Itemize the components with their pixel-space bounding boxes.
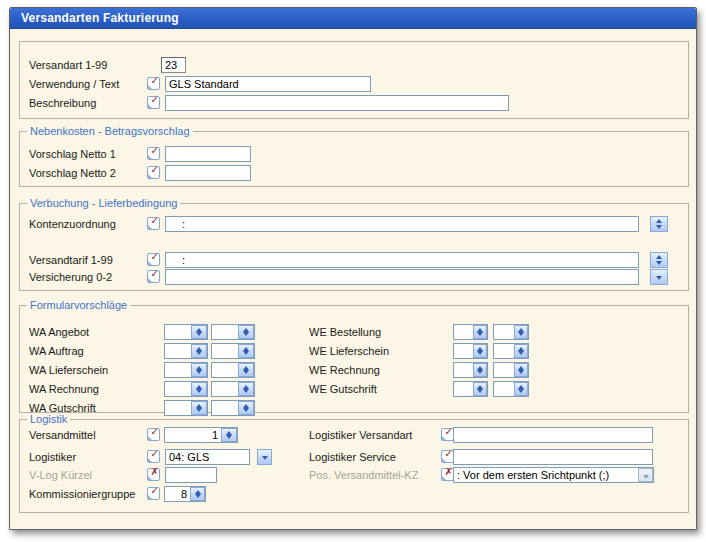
window-content: Versandart 1-99 Verwendung / Text ✓ Besc…: [10, 29, 696, 529]
logistiker-versandart-input[interactable]: [453, 427, 653, 443]
we-gutschrift-spinner-2[interactable]: [514, 382, 528, 396]
we-rechnung-spinner-2[interactable]: [514, 363, 528, 377]
we-gutschrift-spinner-1[interactable]: [473, 382, 487, 396]
nebenkosten-legend: Nebenkosten - Betragsvorschlag: [27, 125, 193, 138]
wa-auftrag-input-1[interactable]: [165, 344, 191, 358]
window-titlebar[interactable]: Versandarten Fakturierung: [10, 8, 696, 29]
versicherung-check-button[interactable]: ✓: [147, 270, 160, 283]
vorschlag-netto1-check-button[interactable]: ✓: [147, 147, 160, 160]
wa-auftrag-spinner-2[interactable]: [238, 344, 254, 358]
we-bestellung-spinner-2[interactable]: [514, 325, 528, 339]
wa-gutschrift-spinner-2[interactable]: [238, 401, 254, 415]
kontenzuordnung-input[interactable]: [165, 216, 639, 232]
vorschlag-netto2-input[interactable]: [165, 165, 251, 181]
we-lieferschein-input-2[interactable]: [494, 344, 514, 358]
we-rechnung-field-2: [493, 362, 529, 378]
wa-gutschrift-field-2: [211, 400, 255, 416]
we-bestellung-spinner-1[interactable]: [473, 325, 487, 339]
we-rechnung-spinner-1[interactable]: [473, 363, 487, 377]
check-icon: ✓: [445, 448, 453, 459]
we-bestellung-input-2[interactable]: [494, 325, 514, 339]
versandtarif-input[interactable]: [165, 252, 639, 268]
vlog-kuerzel-cross-button[interactable]: ✗: [147, 468, 160, 481]
versandmittel-spinner-button[interactable]: [221, 428, 237, 442]
beschreibung-input[interactable]: [165, 95, 509, 111]
wa-lieferschein-input-2[interactable]: [212, 363, 238, 377]
kontenzuordnung-spinner-button[interactable]: [650, 216, 668, 232]
wa-lieferschein-input-1[interactable]: [165, 363, 191, 377]
wa-lieferschein-spinner-2[interactable]: [238, 363, 254, 377]
wa-rechnung-spinner-2[interactable]: [238, 382, 254, 396]
we-lieferschein-spinner-2[interactable]: [514, 344, 528, 358]
we-lieferschein-spinner-1[interactable]: [473, 344, 487, 358]
versandmittel-check-button[interactable]: ✓: [147, 428, 160, 441]
logistiker-check-button[interactable]: ✓: [147, 450, 160, 463]
beschreibung-check-button[interactable]: ✓: [147, 96, 160, 109]
kommissioniergruppe-check-button[interactable]: ✓: [147, 487, 160, 500]
wa-angebot-label: WA Angebot: [29, 324, 89, 340]
beschreibung-label: Beschreibung: [29, 95, 96, 111]
logistiker-dropdown-button[interactable]: [257, 449, 272, 465]
kommissioniergruppe-input[interactable]: [165, 487, 190, 501]
wa-gutschrift-field-1: [164, 400, 208, 416]
wa-gutschrift-input-1[interactable]: [165, 401, 191, 415]
wa-rechnung-field-1: [164, 381, 208, 397]
check-icon: ✓: [151, 94, 159, 105]
we-rechnung-input-1[interactable]: [454, 363, 473, 377]
wa-angebot-input-1[interactable]: [165, 325, 191, 339]
vorschlag-netto1-input[interactable]: [165, 146, 251, 162]
versicherung-label: Versicherung 0-2: [29, 269, 112, 285]
we-gutschrift-label: WE Gutschrift: [309, 381, 377, 397]
pos-versandmittel-kz-dropdown-button[interactable]: [638, 468, 653, 482]
wa-auftrag-input-2[interactable]: [212, 344, 238, 358]
we-lieferschein-label: WE Lieferschein: [309, 343, 389, 359]
window: Versandarten Fakturierung Versandart 1-9…: [9, 7, 697, 530]
wa-lieferschein-field-2: [211, 362, 255, 378]
vorschlag-netto2-check-button[interactable]: ✓: [147, 166, 160, 179]
wa-gutschrift-spinner-1[interactable]: [191, 401, 207, 415]
page: Versandarten Fakturierung Versandart 1-9…: [0, 0, 706, 542]
versandtarif-spinner-button[interactable]: [650, 252, 668, 268]
versicherung-dropdown-button[interactable]: [650, 269, 668, 285]
versicherung-input[interactable]: [165, 269, 639, 285]
verwendung-input[interactable]: [165, 76, 371, 92]
wa-rechnung-input-1[interactable]: [165, 382, 191, 396]
check-icon: ✓: [151, 485, 159, 496]
vorschlag-netto2-label: Vorschlag Netto 2: [29, 165, 116, 181]
wa-gutschrift-input-2[interactable]: [212, 401, 238, 415]
we-rechnung-input-2[interactable]: [494, 363, 514, 377]
logistiker-service-input[interactable]: [453, 449, 653, 465]
logistiker-input[interactable]: [165, 449, 250, 465]
versandart-input[interactable]: [161, 57, 186, 73]
vlog-kuerzel-input[interactable]: [165, 467, 217, 483]
pos-versandmittel-kz-input[interactable]: [454, 468, 638, 482]
pos-versandmittel-kz-field: [453, 467, 654, 483]
wa-auftrag-spinner-1[interactable]: [191, 344, 207, 358]
check-icon: ✓: [151, 145, 159, 156]
wa-angebot-spinner-1[interactable]: [191, 325, 207, 339]
kontenzuordnung-label: Kontenzuordnung: [29, 216, 116, 232]
we-bestellung-input-1[interactable]: [454, 325, 473, 339]
wa-rechnung-label: WA Rechnung: [29, 381, 99, 397]
wa-angebot-spinner-2[interactable]: [238, 325, 254, 339]
versandtarif-check-button[interactable]: ✓: [147, 253, 160, 266]
wa-angebot-input-2[interactable]: [212, 325, 238, 339]
cross-icon: ✗: [151, 466, 159, 477]
versandart-label: Versandart 1-99: [29, 57, 107, 73]
we-gutschrift-input-2[interactable]: [494, 382, 514, 396]
kommissioniergruppe-label: Kommissioniergruppe: [29, 486, 135, 502]
verwendung-check-button[interactable]: ✓: [147, 77, 160, 90]
formularvorschlaege-legend: Formularvorschläge: [27, 299, 130, 312]
kontenzuordnung-check-button[interactable]: ✓: [147, 217, 160, 230]
wa-lieferschein-spinner-1[interactable]: [191, 363, 207, 377]
we-lieferschein-field-2: [493, 343, 529, 359]
we-lieferschein-input-1[interactable]: [454, 344, 473, 358]
wa-rechnung-spinner-1[interactable]: [191, 382, 207, 396]
versandtarif-label: Versandtarif 1-99: [29, 252, 113, 268]
kommissioniergruppe-spinner-button[interactable]: [190, 487, 205, 501]
we-gutschrift-input-1[interactable]: [454, 382, 473, 396]
check-icon: ✓: [151, 448, 159, 459]
versandmittel-input[interactable]: [165, 428, 221, 442]
wa-rechnung-input-2[interactable]: [212, 382, 238, 396]
versandmittel-field: [164, 427, 238, 443]
